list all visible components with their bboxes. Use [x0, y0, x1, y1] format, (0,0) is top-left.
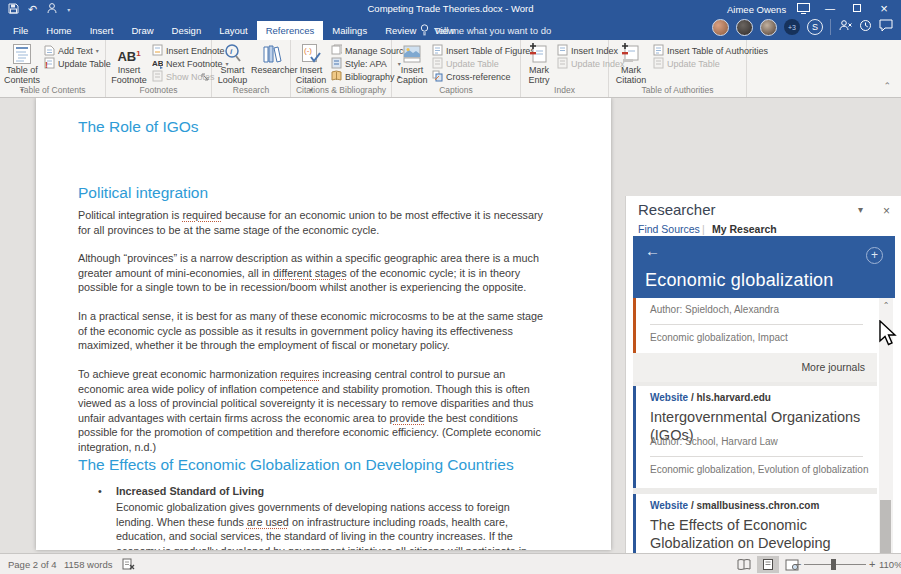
result-source: Website / smallbusiness.chron.com [650, 500, 819, 511]
add-text-icon [44, 44, 55, 58]
tab-file[interactable]: File [4, 21, 37, 40]
bibliography-button[interactable]: Bibliography▾ [331, 70, 401, 83]
document-page[interactable]: The Role of IGOs Political integration P… [36, 98, 611, 550]
more-journals-bar: More journals [633, 353, 877, 382]
divider [650, 324, 863, 325]
tab-references[interactable]: References [257, 21, 324, 40]
style-icon [331, 57, 342, 71]
group-label: Research [212, 85, 290, 95]
update-table-figures-button: Update Table [432, 57, 499, 70]
scroll-up-icon[interactable]: ⌃ [879, 301, 893, 310]
search-query-title: Economic globalization [645, 270, 834, 291]
tab-design[interactable]: Design [163, 21, 211, 40]
style-selector[interactable]: Style: APA▾ [331, 57, 401, 70]
smart-lookup-button[interactable]: i Smart Lookup [214, 42, 251, 85]
collab-overflow-badge[interactable]: +3 [784, 19, 800, 35]
doc-heading-effects: The Effects of Economic Globalization on… [78, 456, 548, 474]
add-icon[interactable]: + [866, 247, 883, 264]
group-label: Table of Contents [0, 85, 105, 95]
page-indicator[interactable]: Page 2 of 4 [8, 559, 57, 570]
pane-close-icon[interactable]: × [883, 204, 890, 218]
avatar[interactable] [712, 19, 729, 36]
group-footnotes: AB1 Insert Footnote Insert Endnote ABNex… [106, 40, 212, 97]
back-arrow-icon[interactable]: ← [645, 242, 660, 259]
insert-table-of-figures-icon [432, 44, 443, 58]
insert-caption-icon [394, 43, 430, 65]
proofing-status-icon[interactable] [122, 558, 135, 572]
lightbulb-icon [420, 24, 429, 38]
proofing-flagged-text: required [182, 209, 222, 221]
search-header: ← + Economic globalization [633, 236, 895, 298]
word-count[interactable]: 1158 words [64, 559, 112, 570]
zoom-in-button[interactable]: + [869, 558, 875, 570]
group-index: Mark Entry Insert Index Update Index Ind… [521, 40, 609, 97]
title-bar: ↶ ▾ Competing Trade Theories.docx - Word… [0, 0, 901, 40]
tell-me-box[interactable]: Tell me what you want to do [420, 21, 551, 40]
insert-table-of-authorities-icon [653, 44, 664, 58]
signed-in-user[interactable]: Aimee Owens [727, 4, 786, 15]
result-author: Author: School, Harvard Law [650, 436, 778, 447]
doc-paragraph: Although “provinces” is a narrow descrip… [78, 251, 546, 295]
update-table-icon: ! [44, 57, 55, 71]
tab-mailings[interactable]: Mailings [323, 21, 376, 40]
history-icon[interactable] [859, 18, 872, 36]
researcher-button[interactable]: Researcher [251, 42, 291, 76]
skype-icon[interactable]: S [807, 19, 823, 35]
tab-find-sources[interactable]: Find Sources [638, 223, 700, 235]
avatar[interactable] [736, 19, 753, 36]
maximize-button[interactable] [846, 0, 868, 16]
zoom-level[interactable]: 110% [879, 559, 901, 570]
scrollbar-thumb[interactable] [880, 500, 891, 553]
more-journals-link[interactable]: More journals [801, 361, 865, 373]
website-result-card[interactable]: Website / smallbusiness.chron.com The Ef… [633, 494, 877, 553]
tab-insert[interactable]: Insert [81, 21, 123, 40]
manage-sources-icon [331, 44, 342, 58]
insert-table-of-figures-button[interactable]: Insert Table of Figures [432, 44, 535, 57]
update-table-icon [432, 57, 443, 71]
svg-text:!: ! [45, 60, 48, 69]
dialog-launcher-icon[interactable] [201, 67, 209, 85]
tab-home[interactable]: Home [37, 21, 80, 40]
insert-caption-button[interactable]: Insert Caption [394, 42, 430, 85]
table-of-contents-icon [2, 43, 42, 65]
minimize-button[interactable]: — [819, 0, 841, 16]
journal-result-card[interactable]: Author: Spieldoch, Alexandra Economic gl… [633, 298, 877, 353]
mark-entry-icon [523, 43, 555, 65]
tab-layout[interactable]: Layout [210, 21, 257, 40]
group-research: i Smart Lookup Researcher Research [212, 40, 291, 97]
tab-review[interactable]: Review [376, 21, 425, 40]
tab-my-research[interactable]: My Research [712, 223, 777, 235]
mark-citation-icon [611, 43, 651, 65]
display-settings-icon[interactable] [792, 0, 814, 16]
print-layout-button[interactable] [757, 556, 779, 573]
close-button[interactable]: × [873, 0, 895, 16]
comments-icon[interactable] [879, 18, 893, 36]
group-citations: (-) Insert Citation ▾ Manage Sources Sty… [291, 40, 392, 97]
update-table-button[interactable]: !Update Table [44, 57, 111, 70]
update-table-icon [653, 57, 664, 71]
cross-reference-icon [432, 70, 443, 84]
group-table-of-contents: Table of Contents ▾ Add Text▾ !Update Ta… [0, 40, 106, 97]
zoom-out-button[interactable]: − [795, 558, 801, 570]
tab-divider: | [702, 223, 705, 235]
insert-footnote-button[interactable]: AB1 Insert Footnote [108, 42, 150, 85]
group-label: Index [521, 85, 608, 95]
share-icon[interactable] [838, 18, 852, 36]
read-mode-button[interactable] [733, 556, 755, 573]
collapse-ribbon-icon[interactable]: ⌃ [883, 81, 891, 91]
zoom-slider-thumb[interactable] [831, 559, 836, 570]
doc-bullet-paragraph: Economic globalization gives governments… [116, 500, 545, 550]
doc-paragraph: Political integration is required becaus… [78, 208, 546, 237]
pane-options-caret-icon[interactable]: ▾ [858, 204, 863, 215]
website-result-card[interactable]: Website / hls.harvard.edu Intergovernmen… [633, 386, 877, 488]
avatar[interactable] [760, 19, 777, 36]
add-text-button[interactable]: Add Text▾ [44, 44, 99, 57]
mark-entry-button[interactable]: Mark Entry [523, 42, 555, 85]
bullet-marker: • [98, 485, 102, 497]
insert-table-of-authorities-button[interactable]: Insert Table of Authorities [653, 44, 768, 57]
cross-reference-button[interactable]: Cross-reference [432, 70, 511, 83]
mark-citation-button[interactable]: Mark Citation [611, 42, 651, 85]
insert-index-icon [557, 44, 568, 58]
tab-draw[interactable]: Draw [122, 21, 162, 40]
svg-text:(-): (-) [304, 46, 312, 55]
